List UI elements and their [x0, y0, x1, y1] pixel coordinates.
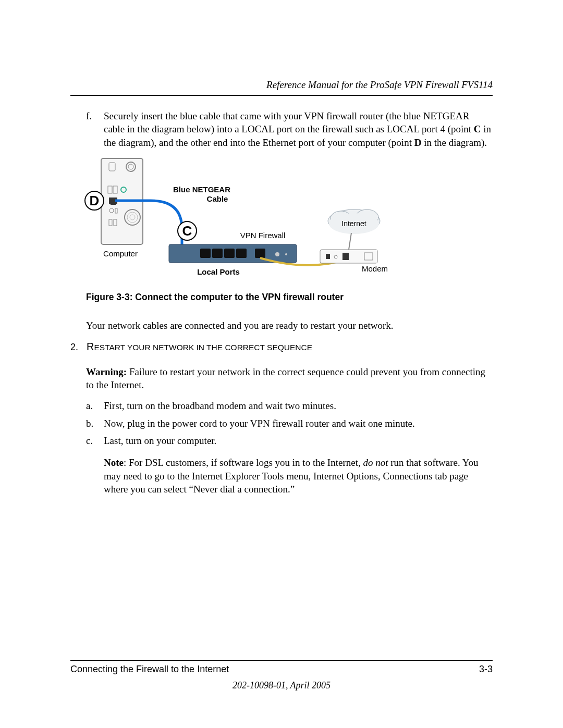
list-item: a. First, turn on the broadband modem an…	[86, 399, 493, 413]
internet-label: Internet	[341, 219, 366, 228]
list-body: Now, plug in the power cord to your VPN …	[104, 417, 493, 430]
cable-label-2: Cable	[207, 194, 228, 203]
svg-rect-29	[326, 254, 330, 259]
restart-steps-list: a. First, turn on the broadband modem an…	[86, 399, 493, 496]
diagram-svg: Computer D Blue NETGEAR Cable C VPN Fire…	[83, 156, 390, 281]
step-2-number: 2.	[70, 341, 84, 353]
footer-rule	[70, 660, 493, 661]
list-item: b. Now, plug in the power cord to your V…	[86, 417, 493, 430]
point-d-ref: D	[414, 137, 422, 148]
list-body: Securely insert the blue cable that came…	[104, 109, 493, 150]
note-label: Note	[104, 457, 124, 468]
vpn-label: VPN Firewall	[240, 231, 286, 240]
page-footer: Connecting the Firewall to the Internet …	[70, 660, 493, 692]
header-title: Reference Manual for the ProSafe VPN Fir…	[70, 78, 493, 92]
svg-rect-19	[224, 249, 235, 258]
svg-rect-8	[111, 202, 116, 205]
footer-section: Connecting the Firewall to the Internet	[70, 663, 229, 675]
transition-text: Your network cables are connected and yo…	[86, 319, 493, 332]
note-spacer	[86, 456, 104, 496]
footer-page-number: 3-3	[479, 663, 493, 675]
list-body: Last, turn on your computer.	[104, 434, 493, 448]
heading-rest: ESTART YOUR NETWORK IN THE CORRECT SEQUE…	[94, 343, 312, 352]
svg-rect-20	[236, 249, 247, 258]
svg-rect-31	[342, 253, 349, 260]
marker-d: D	[90, 193, 100, 208]
text: Securely insert the blue cable that came…	[104, 110, 474, 135]
list-marker: f.	[86, 109, 104, 150]
point-c-ref: C	[474, 124, 481, 134]
marker-c: C	[182, 223, 192, 239]
list-marker: b.	[86, 417, 104, 430]
list-item: c. Last, turn on your computer.	[86, 434, 493, 448]
modem-icon	[320, 250, 377, 263]
text: in the diagram).	[421, 137, 487, 148]
list-item-f: f. Securely insert the blue cable that c…	[86, 109, 493, 150]
svg-rect-21	[255, 249, 265, 258]
svg-rect-17	[200, 249, 211, 258]
warning-text: Failure to restart your network in the c…	[86, 366, 485, 391]
step-2-heading: 2. RESTART YOUR NETWORK IN THE CORRECT S…	[70, 340, 493, 354]
footer-docid: 202-10098-01, April 2005	[70, 679, 493, 692]
internet-link	[349, 233, 351, 250]
note-body: Note: For DSL customers, if software log…	[104, 456, 493, 496]
list-marker: a.	[86, 399, 104, 413]
page: Reference Manual for the ProSafe VPN Fir…	[0, 0, 563, 728]
local-ports-label: Local Ports	[197, 267, 240, 276]
heading-first-letter: R	[87, 341, 94, 352]
svg-point-23	[285, 253, 287, 255]
svg-point-22	[275, 252, 279, 256]
note-block: Note: For DSL customers, if software log…	[86, 456, 493, 496]
list-body: First, turn on the broadband modem and w…	[104, 399, 493, 413]
computer-label: Computer	[103, 249, 138, 258]
modem-label: Modem	[362, 264, 388, 273]
note-emphasis: do not	[363, 457, 388, 468]
header-rule	[70, 95, 493, 96]
vpn-firewall-icon	[169, 244, 297, 263]
note-pre: : For DSL customers, if software logs yo…	[124, 457, 363, 468]
warning-paragraph: Warning: Failure to restart your network…	[86, 365, 493, 392]
warning-label: Warning:	[86, 366, 127, 377]
cable-label-1: Blue NETGEAR	[173, 185, 230, 194]
list-marker: c.	[86, 434, 104, 448]
svg-rect-18	[212, 249, 223, 258]
figure-3-3: Computer D Blue NETGEAR Cable C VPN Fire…	[83, 156, 493, 281]
figure-caption: Figure 3-3: Connect the computer to the …	[86, 291, 493, 304]
